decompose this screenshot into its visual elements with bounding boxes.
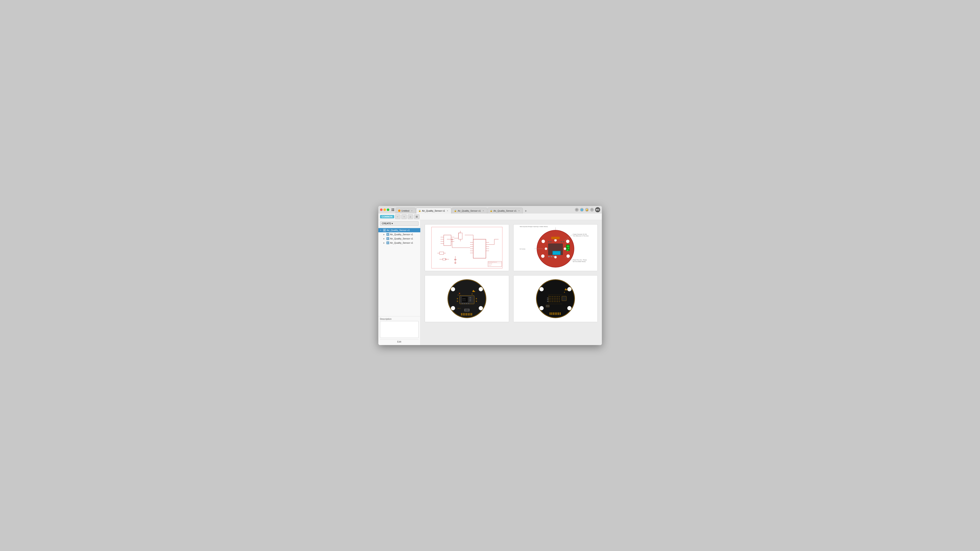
sidebar-item-root[interactable]: ▼ ≡ Air_Quality_Sensor v1 <box>378 228 420 232</box>
svg-text:Copper Exposed, Do Not: Copper Exposed, Do Not <box>573 233 587 235</box>
description-label: Description <box>380 318 418 320</box>
tab-close-aqsv1-1[interactable]: × <box>446 209 449 212</box>
tab-aqsv1-1[interactable]: 🔒 Air_Quality_Sensor v1 × <box>416 208 451 214</box>
svg-point-161 <box>559 301 560 302</box>
svg-point-61 <box>567 248 568 249</box>
pcb-dark-front-card[interactable]: ESP32 WROOM <box>425 275 509 322</box>
bell-icon[interactable]: 🔔 <box>585 208 589 212</box>
maximize-window-button[interactable] <box>387 208 389 211</box>
help-icon[interactable]: ? <box>590 208 594 212</box>
svg-rect-109 <box>468 303 469 304</box>
pcb-red-card[interactable]: Tabs Exposed (Polygon Opening in Solder … <box>513 224 598 271</box>
svg-rect-123 <box>469 313 471 316</box>
clock-icon[interactable]: ⏱ <box>575 208 579 212</box>
main-panel: Air_Quality_Sensor v1 Schematic Rev 1.0 <box>420 220 602 345</box>
titlebar: 🟠 Untitled × 🔒 Air_Quality_Sensor v1 × 🔒… <box>378 206 602 214</box>
pcb-dark-back-card[interactable]: A <box>513 275 598 322</box>
svg-point-129 <box>567 287 571 291</box>
svg-rect-3 <box>393 210 394 211</box>
svg-rect-98 <box>461 297 468 302</box>
tab-untitled[interactable]: 🟠 Untitled × <box>396 208 416 214</box>
svg-point-62 <box>568 248 569 249</box>
common-label: COMMON <box>380 215 394 218</box>
svg-text:3x Cursus: 3x Cursus <box>520 248 525 249</box>
forward-button[interactable]: → <box>401 214 407 219</box>
sidebar-item-child2[interactable]: ▶ ≡ Air_Quality_Sensor v1 <box>378 237 420 241</box>
home-button[interactable]: ⌂ <box>408 214 413 219</box>
svg-text:PAD_2: PAD_2 <box>457 308 461 309</box>
svg-point-139 <box>557 296 558 297</box>
svg-point-131 <box>567 306 571 310</box>
svg-rect-102 <box>465 309 469 311</box>
tab-close-aqsv1-3[interactable]: × <box>517 209 520 212</box>
svg-point-116 <box>476 298 477 299</box>
svg-point-160 <box>557 301 558 302</box>
svg-rect-167 <box>555 313 556 315</box>
svg-point-150 <box>552 300 553 300</box>
svg-rect-66 <box>553 251 560 255</box>
tab-icon-aqsv1-3: 🔒 <box>490 210 492 212</box>
new-tab-button[interactable]: + <box>523 208 528 214</box>
svg-rect-67 <box>548 256 550 257</box>
svg-point-77 <box>566 254 570 258</box>
sidebar-item-label-c3: Air_Quality_Sensor v1 <box>390 241 418 244</box>
schematic-preview-card[interactable]: Air_Quality_Sensor v1 Schematic Rev 1.0 <box>425 224 509 271</box>
close-window-button[interactable] <box>380 208 383 211</box>
tab-aqsv1-2[interactable]: 🔒 Air_Quality_Sensor v1 × <box>452 208 487 214</box>
tab-icon-aqsv1-2: 🔒 <box>454 210 457 212</box>
arrow-icon-c1: ▶ <box>383 233 385 235</box>
svg-point-130 <box>539 306 544 310</box>
tab-icon-untitled: 🟠 <box>398 210 401 212</box>
svg-point-159 <box>555 301 556 302</box>
svg-point-152 <box>555 300 556 300</box>
tabs-row: 🟠 Untitled × 🔒 Air_Quality_Sensor v1 × 🔒… <box>396 206 573 214</box>
svg-point-73 <box>554 256 557 259</box>
svg-point-96 <box>479 306 483 310</box>
svg-rect-122 <box>468 313 469 316</box>
arrow-icon-c2: ▶ <box>383 238 385 240</box>
svg-point-128 <box>539 287 544 291</box>
edit-button[interactable]: Edit <box>380 339 418 344</box>
svg-point-95 <box>451 306 455 310</box>
globe-icon[interactable]: 🌐 <box>580 208 584 212</box>
minimize-window-button[interactable] <box>383 208 386 211</box>
svg-point-75 <box>566 240 570 243</box>
tab-close-untitled[interactable]: × <box>410 209 413 212</box>
description-input[interactable] <box>380 321 418 338</box>
svg-point-154 <box>559 300 560 300</box>
svg-point-135 <box>550 296 551 297</box>
tab-close-aqsv1-2[interactable]: × <box>482 209 485 212</box>
grid-button[interactable]: ⊞ <box>414 214 420 219</box>
file-icon-c3: ≡ <box>387 241 389 244</box>
create-button[interactable]: CREATE ▾ <box>380 221 418 226</box>
svg-rect-118 <box>461 313 462 316</box>
svg-rect-163 <box>546 305 549 307</box>
svg-point-94 <box>479 287 483 291</box>
svg-rect-80 <box>550 241 552 242</box>
back-button[interactable]: ← <box>395 214 401 219</box>
svg-point-156 <box>550 301 551 302</box>
svg-text:ESP32: ESP32 <box>462 298 466 300</box>
svg-rect-162 <box>562 296 566 301</box>
svg-point-144 <box>554 298 555 299</box>
tab-aqsv1-3[interactable]: 🔒 Air_Quality_Sensor v1 × <box>488 208 523 214</box>
user-avatar[interactable]: MS <box>595 207 600 212</box>
main-content: CREATE ▾ ▼ ≡ Air_Quality_Sensor v1 ▶ ≡ A… <box>378 220 602 345</box>
svg-rect-106 <box>461 303 463 304</box>
svg-point-148 <box>549 300 550 300</box>
folder-icon: ≡ <box>383 229 386 232</box>
svg-rect-104 <box>469 299 471 300</box>
sidebar-item-child3[interactable]: ▶ ≡ Air_Quality_Sensor v1 <box>378 241 420 245</box>
svg-rect-119 <box>463 313 464 316</box>
titlebar-actions: ⏱ 🌐 🔔 ? MS <box>575 207 600 212</box>
svg-rect-107 <box>464 303 465 304</box>
svg-point-151 <box>554 300 555 300</box>
svg-point-93 <box>451 287 455 291</box>
svg-point-117 <box>476 300 477 302</box>
sidebar-item-child1[interactable]: ▶ ≡ Air_Quality_Sensor v1 <box>378 232 420 237</box>
svg-point-140 <box>559 296 560 297</box>
svg-point-142 <box>550 298 551 299</box>
svg-rect-108 <box>466 303 467 304</box>
svg-point-136 <box>552 296 553 297</box>
svg-point-141 <box>549 298 550 299</box>
